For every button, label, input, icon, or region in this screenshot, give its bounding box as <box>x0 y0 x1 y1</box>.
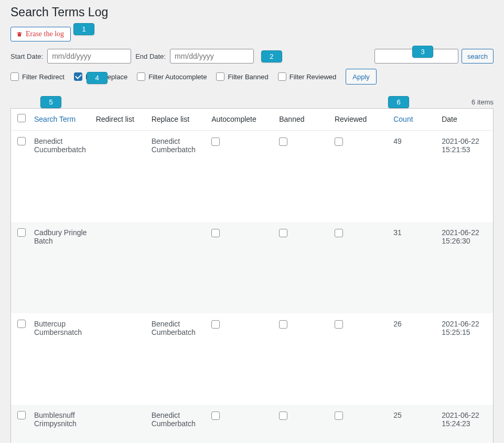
row-autocomplete-checkbox[interactable] <box>211 320 220 329</box>
row-banned-checkbox[interactable] <box>279 138 287 146</box>
start-date-input[interactable] <box>47 49 131 64</box>
search-button[interactable]: search <box>462 49 494 64</box>
filter-redirect-checkbox[interactable] <box>10 72 19 81</box>
table-header-row: 5 Search Term Redirect list Replace list… <box>11 109 494 131</box>
annotation-marker-6: 6 <box>388 96 409 108</box>
row-select-checkbox[interactable] <box>17 228 26 237</box>
page-title: Search Terms Log <box>10 5 494 19</box>
filter-banned-label: Filter Banned <box>228 73 268 81</box>
start-date-label: Start Date: <box>10 52 43 60</box>
cell-count: 26 <box>389 313 437 405</box>
filter-replace-checkbox[interactable] <box>74 72 82 81</box>
trash-icon <box>16 30 23 38</box>
cell-redirect <box>92 313 147 405</box>
row-autocomplete-checkbox[interactable] <box>211 138 220 146</box>
row-select-checkbox[interactable] <box>17 137 26 145</box>
end-date-input[interactable] <box>170 49 254 64</box>
filter-redirect[interactable]: Filter Redirect <box>10 72 65 81</box>
cell-count: 49 <box>389 131 437 223</box>
erase-log-button[interactable]: Erase the log <box>10 27 71 41</box>
filter-autocomplete[interactable]: Filter Autocomplete <box>137 72 207 81</box>
end-date-label: End Date: <box>135 52 166 60</box>
cell-redirect <box>92 405 147 443</box>
col-search-term[interactable]: Search Term <box>34 115 76 123</box>
col-autocomplete: Autocomplete <box>207 109 275 131</box>
row-reviewed-checkbox[interactable] <box>335 412 343 420</box>
filter-reviewed-label: Filter Reviewed <box>289 73 337 81</box>
table-row: Benedict Cucumberbatch Benedict Cumberba… <box>11 131 494 223</box>
table-row: Buttercup Cumbersnatch Benedict Cumberba… <box>11 313 494 405</box>
cell-date: 2021-06-22 15:25:15 <box>437 313 493 405</box>
annotation-marker-1: 1 <box>73 23 94 35</box>
table-row: Bumblesnuff Crimpysnitch Benedict Cumber… <box>11 405 494 443</box>
row-autocomplete-checkbox[interactable] <box>211 229 220 237</box>
col-reviewed: Reviewed <box>330 109 389 131</box>
row-reviewed-checkbox[interactable] <box>335 138 343 146</box>
col-replace-list: Replace list <box>147 109 207 131</box>
cell-replace <box>147 222 207 313</box>
row-reviewed-checkbox[interactable] <box>335 229 343 237</box>
cell-date: 2021-06-22 15:24:23 <box>437 405 493 443</box>
col-banned: Banned <box>275 109 330 131</box>
cell-date: 2021-06-22 15:21:53 <box>437 131 493 223</box>
filter-autocomplete-checkbox[interactable] <box>137 72 145 81</box>
row-banned-checkbox[interactable] <box>279 320 287 329</box>
row-reviewed-checkbox[interactable] <box>335 320 343 329</box>
annotation-marker-2: 2 <box>261 50 282 62</box>
cell-count: 25 <box>389 405 437 443</box>
filter-reviewed-checkbox[interactable] <box>278 72 286 81</box>
cell-term: Bumblesnuff Crimpysnitch <box>30 405 92 443</box>
items-count: 6 items <box>10 98 494 106</box>
table-row: Cadbury Pringle Batch 31 2021-06-22 15:2… <box>11 222 494 313</box>
cell-term: Buttercup Cumbersnatch <box>30 313 92 405</box>
row-select-checkbox[interactable] <box>17 411 26 419</box>
col-redirect-list: Redirect list <box>92 109 147 131</box>
cell-replace: Benedict Cumberbatch <box>147 405 207 443</box>
filter-banned[interactable]: Filter Banned <box>216 72 268 81</box>
erase-log-label: Erase the log <box>26 30 64 38</box>
row-select-checkbox[interactable] <box>17 320 26 328</box>
cell-replace: Benedict Cumberbatch <box>147 313 207 405</box>
cell-term: Cadbury Pringle Batch <box>30 222 92 313</box>
cell-count: 31 <box>389 222 437 313</box>
col-count[interactable]: Count <box>393 115 413 123</box>
annotation-marker-4: 4 <box>87 72 108 84</box>
cell-redirect <box>92 131 147 223</box>
page-wrap: Search Terms Log Erase the log 1 Start D… <box>0 0 504 443</box>
select-all-checkbox[interactable] <box>17 114 26 122</box>
top-actions: Erase the log 1 <box>10 27 494 41</box>
log-table: 5 Search Term Redirect list Replace list… <box>10 108 494 443</box>
row-banned-checkbox[interactable] <box>279 229 287 237</box>
annotation-marker-5: 5 <box>40 96 61 108</box>
annotation-marker-3: 3 <box>412 46 433 58</box>
date-filter-row: Start Date: End Date: 2 3 search <box>10 49 494 64</box>
cell-term: Benedict Cucumberbatch <box>30 131 92 223</box>
cell-redirect <box>92 222 147 313</box>
row-autocomplete-checkbox[interactable] <box>211 412 220 420</box>
checkbox-filter-row: Filter Redirect Filter Replace Filter Au… <box>10 69 494 85</box>
col-date: Date <box>437 109 493 131</box>
row-banned-checkbox[interactable] <box>279 412 287 420</box>
apply-button[interactable]: Apply <box>346 69 377 85</box>
cell-date: 2021-06-22 15:26:30 <box>437 222 493 313</box>
filter-banned-checkbox[interactable] <box>216 72 224 81</box>
cell-replace: Benedict Cumberbatch <box>147 131 207 223</box>
filter-redirect-label: Filter Redirect <box>22 73 65 81</box>
filter-autocomplete-label: Filter Autocomplete <box>148 73 207 81</box>
search-box: 3 search <box>374 49 494 64</box>
filter-reviewed[interactable]: Filter Reviewed <box>278 72 337 81</box>
